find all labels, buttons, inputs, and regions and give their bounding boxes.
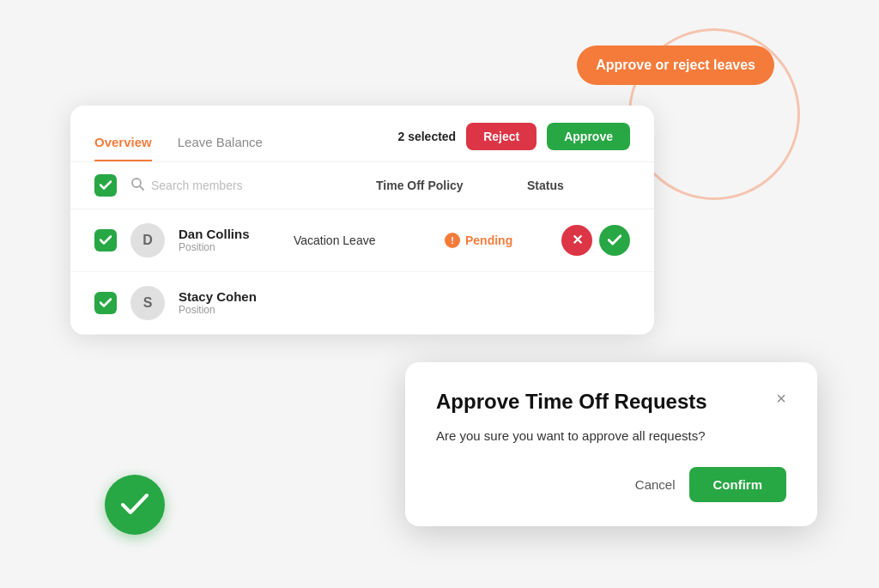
row-checkbox-dan[interactable] (94, 229, 117, 252)
reject-button[interactable]: Reject (466, 123, 536, 150)
col-status-header: Status (527, 179, 630, 192)
member-position-dan: Position (179, 241, 280, 253)
row-checkbox-stacy[interactable] (94, 292, 117, 314)
member-position-stacy: Position (179, 304, 630, 316)
modal-title: Approve Time Off Requests (436, 390, 707, 415)
tooltip-label: Approve or reject leaves (596, 58, 755, 72)
card-header: Overview Leave Balance 2 selected Reject… (70, 106, 654, 162)
selected-count: 2 selected (397, 130, 456, 143)
header-actions: 2 selected Reject Approve (397, 123, 630, 161)
tab-overview[interactable]: Overview (94, 123, 152, 161)
table-row: S Stacy Cohen Position (70, 272, 654, 335)
pending-icon: ! (445, 233, 460, 248)
avatar-stacy: S (130, 286, 165, 320)
member-info-stacy: Stacy Cohen Position (179, 289, 630, 316)
modal-cancel-button[interactable]: Cancel (635, 477, 676, 492)
status-dan: ! Pending (445, 233, 548, 248)
search-placeholder[interactable]: Search members (151, 179, 243, 192)
policy-dan: Vacation Leave (294, 233, 431, 247)
col-policy-header: Time Off Policy (376, 179, 513, 192)
table-row: D Dan Collins Position Vacation Leave ! … (70, 209, 654, 272)
tab-leave-balance[interactable]: Leave Balance (178, 123, 263, 161)
search-icon (130, 177, 144, 194)
main-card: Overview Leave Balance 2 selected Reject… (70, 106, 654, 335)
member-name-dan: Dan Collins (179, 227, 280, 241)
row-actions-dan: ✕ (561, 225, 630, 256)
member-name-stacy: Stacy Cohen (179, 289, 630, 304)
row-reject-button-dan[interactable]: ✕ (561, 225, 592, 256)
float-check-circle (105, 475, 165, 535)
avatar-dan: D (130, 223, 165, 258)
table-header-row: Search members Time Off Policy Status (70, 162, 654, 209)
svg-line-1 (140, 186, 143, 190)
row-approve-button-dan[interactable] (599, 225, 630, 256)
member-info-dan: Dan Collins Position (179, 227, 280, 253)
modal-footer: Cancel Confirm (436, 467, 786, 502)
modal-dialog: Approve Time Off Requests × Are you sure… (405, 362, 817, 526)
modal-confirm-button[interactable]: Confirm (689, 467, 787, 502)
search-area: Search members (130, 177, 362, 194)
modal-close-button[interactable]: × (776, 390, 786, 407)
approve-button[interactable]: Approve (547, 123, 630, 150)
modal-header: Approve Time Off Requests × (436, 390, 786, 415)
select-all-checkbox[interactable] (94, 174, 117, 197)
modal-body: Are you sure you want to approve all req… (436, 428, 786, 443)
tooltip-bubble: Approve or reject leaves (577, 45, 774, 85)
